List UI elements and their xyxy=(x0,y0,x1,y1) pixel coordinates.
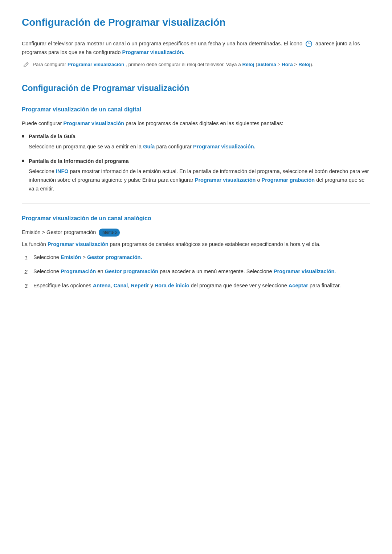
list-item: 1. Seleccione Emisión > Gestor programac… xyxy=(22,253,370,262)
list-item: Pantalla de la Guía Seleccione un progra… xyxy=(22,132,370,151)
section-title: Configuración de Programar visualización xyxy=(22,82,370,95)
step-number-3: 3. xyxy=(22,282,29,291)
list-item: 2. Seleccione Programación en Gestor pro… xyxy=(22,267,370,276)
note-bold3: Sistema xyxy=(257,62,276,67)
step-content-2: Seleccione Programación en Gestor progra… xyxy=(33,267,336,276)
bullet1-bold2: Programar visualización. xyxy=(193,144,256,149)
note-mid: , primero debe configurar el reloj del t… xyxy=(126,62,241,67)
sub1-intro-post: para los programas de canales digitales … xyxy=(126,120,283,126)
subsection2-title: Programar visualización de un canal anal… xyxy=(22,214,370,223)
step3-bold5: Aceptar xyxy=(289,283,308,288)
intro-text-pre: Configurar el televisor para mostrar un … xyxy=(22,41,302,46)
note-bold4: Hora xyxy=(282,62,293,67)
list-item: Pantalla de la Información del programa … xyxy=(22,157,370,193)
try-badge[interactable]: inténtelo xyxy=(99,229,120,237)
subsection2-intro: La función Programar visualización para … xyxy=(22,240,370,249)
bullet1-bold1: Guía xyxy=(143,144,155,149)
step2-bold2: Gestor programación xyxy=(105,268,158,274)
step-content-1: Seleccione Emisión > Gestor programación… xyxy=(33,253,142,262)
step1-bold2: Gestor programación. xyxy=(87,254,142,260)
list-item: 3. Especifique las opciones Antena, Cana… xyxy=(22,282,370,291)
step-content-3: Especifique las opciones Antena, Canal, … xyxy=(33,282,341,290)
pencil-icon xyxy=(23,61,29,70)
note-bold5: Reloj xyxy=(298,62,310,67)
bullet-desc-2: Seleccione INFO para mostrar información… xyxy=(29,168,369,192)
bullet-list-digital: Pantalla de la Guía Seleccione un progra… xyxy=(22,132,370,193)
step1-bold1: Emisión xyxy=(61,254,81,260)
path-line: Emisión > Gestor programación inténtelo xyxy=(22,228,370,237)
note-bold2: Reloj xyxy=(242,62,254,67)
bullet-title-2: Pantalla de la Información del programa xyxy=(29,157,370,166)
subsection1-intro: Puede configurar Programar visualización… xyxy=(22,119,370,128)
bullet-dot-1 xyxy=(22,135,24,138)
note-paren-close: ). xyxy=(310,62,313,67)
note-pre: Para configurar xyxy=(33,62,66,67)
step3-bold3: Repetir xyxy=(131,283,149,288)
path-bold2: Gestor programación xyxy=(46,229,96,235)
sub1-intro-bold: Programar visualización xyxy=(63,120,124,126)
path-bold1: Emisión xyxy=(22,229,41,235)
sub1-intro-pre: Puede configurar xyxy=(22,120,62,126)
sub2-intro-bold: Programar visualización xyxy=(48,241,109,247)
step3-bold2: Canal xyxy=(114,283,128,288)
step-number-1: 1. xyxy=(22,253,29,262)
section-divider xyxy=(22,203,370,204)
step3-bold4: Hora de inicio xyxy=(155,283,189,288)
programar-viz-link1: Programar visualización. xyxy=(122,49,184,55)
numbered-list-analog: 1. Seleccione Emisión > Gestor programac… xyxy=(22,253,370,290)
note-arrow2: > xyxy=(293,62,298,67)
bullet-desc-1: Seleccione un programa que se va a emiti… xyxy=(29,144,256,149)
bullet2-bold2: Programar visualización xyxy=(195,177,256,183)
bullet-title-1: Pantalla de la Guía xyxy=(29,132,370,141)
bullet2-bold3: Programar grabación xyxy=(262,177,315,183)
step-number-2: 2. xyxy=(22,267,29,276)
bullet-dot-2 xyxy=(22,160,24,162)
note-arrow1: > xyxy=(276,62,282,67)
subsection1-title: Programar visualización de un canal digi… xyxy=(22,105,370,114)
bullet-content-2: Pantalla de la Información del programa … xyxy=(29,157,370,193)
bullet-content-1: Pantalla de la Guía Seleccione un progra… xyxy=(29,132,370,151)
page-title: Configuración de Programar visualización xyxy=(22,15,370,31)
tv-clock-icon xyxy=(305,40,313,48)
step2-bold3: Programar visualización. xyxy=(274,268,336,274)
note-box: Para configurar Programar visualización … xyxy=(22,61,370,70)
path-arrow: > xyxy=(42,229,47,235)
step2-bold1: Programación xyxy=(61,268,96,274)
intro-paragraph: Configurar el televisor para mostrar un … xyxy=(22,40,370,57)
step3-bold1: Antena xyxy=(93,283,111,288)
note-content: Para configurar Programar visualización … xyxy=(33,61,313,69)
note-bold1: Programar visualización xyxy=(68,62,124,67)
bullet2-bold1: INFO xyxy=(56,168,69,174)
